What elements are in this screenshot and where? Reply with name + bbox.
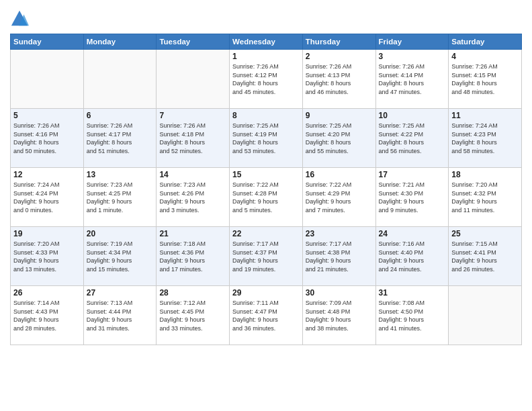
calendar-day-cell: 31Sunrise: 7:08 AM Sunset: 4:50 PM Dayli…: [375, 286, 449, 345]
calendar-day-cell: 27Sunrise: 7:13 AM Sunset: 4:44 PM Dayli…: [83, 286, 157, 345]
day-info: Sunrise: 7:26 AM Sunset: 4:14 PM Dayligh…: [379, 62, 446, 96]
calendar-week-row: 1Sunrise: 7:26 AM Sunset: 4:12 PM Daylig…: [11, 50, 522, 109]
day-info: Sunrise: 7:09 AM Sunset: 4:48 PM Dayligh…: [306, 299, 373, 332]
day-number: 22: [232, 229, 300, 238]
day-info: Sunrise: 7:17 AM Sunset: 4:37 PM Dayligh…: [232, 240, 300, 273]
day-info: Sunrise: 7:24 AM Sunset: 4:24 PM Dayligh…: [13, 181, 81, 214]
day-info: Sunrise: 7:13 AM Sunset: 4:44 PM Dayligh…: [87, 299, 154, 332]
day-number: 24: [379, 229, 446, 238]
calendar-week-row: 12Sunrise: 7:24 AM Sunset: 4:24 PM Dayli…: [11, 168, 522, 227]
day-info: Sunrise: 7:16 AM Sunset: 4:40 PM Dayligh…: [379, 240, 446, 273]
calendar-day-cell: 15Sunrise: 7:22 AM Sunset: 4:28 PM Dayli…: [230, 168, 303, 227]
day-number: 18: [451, 170, 519, 179]
day-info: Sunrise: 7:26 AM Sunset: 4:18 PM Dayligh…: [159, 122, 226, 155]
calendar-day-cell: 25Sunrise: 7:15 AM Sunset: 4:41 PM Dayli…: [449, 227, 522, 286]
calendar-day-cell: [449, 286, 522, 345]
calendar-table: SundayMondayTuesdayWednesdayThursdayFrid…: [10, 34, 522, 345]
calendar-day-cell: 16Sunrise: 7:22 AM Sunset: 4:29 PM Dayli…: [302, 168, 375, 227]
day-number: 5: [13, 111, 81, 120]
day-number: 26: [13, 288, 81, 298]
calendar-day-cell: 12Sunrise: 7:24 AM Sunset: 4:24 PM Dayli…: [11, 168, 84, 227]
calendar-day-cell: 23Sunrise: 7:17 AM Sunset: 4:38 PM Dayli…: [302, 227, 375, 286]
calendar-week-row: 26Sunrise: 7:14 AM Sunset: 4:43 PM Dayli…: [11, 286, 522, 345]
logo: [10, 9, 32, 28]
day-of-week-header: Wednesday: [230, 34, 303, 50]
day-info: Sunrise: 7:22 AM Sunset: 4:28 PM Dayligh…: [232, 181, 300, 214]
calendar-day-cell: 29Sunrise: 7:11 AM Sunset: 4:47 PM Dayli…: [230, 286, 303, 345]
logo-icon: [10, 9, 29, 28]
day-info: Sunrise: 7:18 AM Sunset: 4:36 PM Dayligh…: [159, 240, 226, 273]
calendar-day-cell: 26Sunrise: 7:14 AM Sunset: 4:43 PM Dayli…: [11, 286, 84, 345]
day-info: Sunrise: 7:22 AM Sunset: 4:29 PM Dayligh…: [306, 181, 373, 214]
day-number: 28: [159, 288, 226, 298]
day-info: Sunrise: 7:14 AM Sunset: 4:43 PM Dayligh…: [13, 299, 81, 332]
calendar-day-cell: 5Sunrise: 7:26 AM Sunset: 4:16 PM Daylig…: [11, 109, 84, 168]
day-number: 21: [159, 229, 226, 238]
calendar-day-cell: 8Sunrise: 7:25 AM Sunset: 4:19 PM Daylig…: [230, 109, 303, 168]
day-of-week-header: Tuesday: [157, 34, 230, 50]
day-info: Sunrise: 7:12 AM Sunset: 4:45 PM Dayligh…: [159, 299, 226, 332]
day-number: 15: [232, 170, 300, 179]
day-number: 29: [232, 288, 300, 298]
day-number: 25: [451, 229, 519, 238]
day-number: 12: [13, 170, 81, 179]
calendar-day-cell: 17Sunrise: 7:21 AM Sunset: 4:30 PM Dayli…: [375, 168, 449, 227]
day-number: 19: [13, 229, 81, 238]
day-number: 31: [379, 288, 446, 298]
day-info: Sunrise: 7:23 AM Sunset: 4:25 PM Dayligh…: [87, 181, 154, 214]
day-number: 7: [159, 111, 226, 120]
day-of-week-header: Saturday: [449, 34, 522, 50]
calendar-day-cell: 19Sunrise: 7:20 AM Sunset: 4:33 PM Dayli…: [11, 227, 84, 286]
calendar-day-cell: 10Sunrise: 7:25 AM Sunset: 4:22 PM Dayli…: [375, 109, 449, 168]
day-info: Sunrise: 7:23 AM Sunset: 4:26 PM Dayligh…: [159, 181, 226, 214]
day-of-week-header: Friday: [375, 34, 449, 50]
calendar-day-cell: 22Sunrise: 7:17 AM Sunset: 4:37 PM Dayli…: [230, 227, 303, 286]
day-number: 13: [87, 170, 154, 179]
day-number: 30: [306, 288, 373, 298]
day-info: Sunrise: 7:19 AM Sunset: 4:34 PM Dayligh…: [87, 240, 154, 273]
calendar-day-cell: 2Sunrise: 7:26 AM Sunset: 4:13 PM Daylig…: [302, 50, 375, 109]
day-number: 16: [306, 170, 373, 179]
day-info: Sunrise: 7:17 AM Sunset: 4:38 PM Dayligh…: [306, 240, 373, 273]
page-header: [10, 7, 522, 28]
day-info: Sunrise: 7:20 AM Sunset: 4:33 PM Dayligh…: [13, 240, 81, 273]
day-number: 11: [451, 111, 519, 120]
day-info: Sunrise: 7:26 AM Sunset: 4:12 PM Dayligh…: [232, 62, 300, 96]
calendar-day-cell: 14Sunrise: 7:23 AM Sunset: 4:26 PM Dayli…: [157, 168, 230, 227]
day-number: 2: [306, 52, 373, 61]
calendar-day-cell: 11Sunrise: 7:24 AM Sunset: 4:23 PM Dayli…: [449, 109, 522, 168]
calendar-day-cell: [157, 50, 230, 109]
day-number: 4: [451, 52, 519, 61]
day-of-week-header: Monday: [83, 34, 157, 50]
calendar-day-cell: 13Sunrise: 7:23 AM Sunset: 4:25 PM Dayli…: [83, 168, 157, 227]
calendar-day-cell: 20Sunrise: 7:19 AM Sunset: 4:34 PM Dayli…: [83, 227, 157, 286]
day-info: Sunrise: 7:20 AM Sunset: 4:32 PM Dayligh…: [451, 181, 519, 214]
calendar-day-cell: 7Sunrise: 7:26 AM Sunset: 4:18 PM Daylig…: [157, 109, 230, 168]
calendar-day-cell: 24Sunrise: 7:16 AM Sunset: 4:40 PM Dayli…: [375, 227, 449, 286]
calendar-day-cell: 3Sunrise: 7:26 AM Sunset: 4:14 PM Daylig…: [375, 50, 449, 109]
day-number: 10: [379, 111, 446, 120]
day-info: Sunrise: 7:21 AM Sunset: 4:30 PM Dayligh…: [379, 181, 446, 214]
calendar-day-cell: 18Sunrise: 7:20 AM Sunset: 4:32 PM Dayli…: [449, 168, 522, 227]
day-number: 8: [232, 111, 300, 120]
calendar-week-row: 19Sunrise: 7:20 AM Sunset: 4:33 PM Dayli…: [11, 227, 522, 286]
day-number: 17: [379, 170, 446, 179]
calendar-day-cell: [83, 50, 157, 109]
calendar-header-row: SundayMondayTuesdayWednesdayThursdayFrid…: [11, 34, 522, 50]
day-of-week-header: Sunday: [11, 34, 84, 50]
calendar-day-cell: 28Sunrise: 7:12 AM Sunset: 4:45 PM Dayli…: [157, 286, 230, 345]
day-info: Sunrise: 7:25 AM Sunset: 4:22 PM Dayligh…: [379, 122, 446, 155]
day-number: 9: [306, 111, 373, 120]
day-info: Sunrise: 7:25 AM Sunset: 4:19 PM Dayligh…: [232, 122, 300, 155]
day-number: 3: [379, 52, 446, 61]
day-number: 6: [87, 111, 154, 120]
calendar-day-cell: 6Sunrise: 7:26 AM Sunset: 4:17 PM Daylig…: [83, 109, 157, 168]
day-info: Sunrise: 7:25 AM Sunset: 4:20 PM Dayligh…: [306, 122, 373, 155]
calendar-day-cell: 1Sunrise: 7:26 AM Sunset: 4:12 PM Daylig…: [230, 50, 303, 109]
day-info: Sunrise: 7:15 AM Sunset: 4:41 PM Dayligh…: [451, 240, 519, 273]
calendar-day-cell: 21Sunrise: 7:18 AM Sunset: 4:36 PM Dayli…: [157, 227, 230, 286]
day-info: Sunrise: 7:08 AM Sunset: 4:50 PM Dayligh…: [379, 299, 446, 332]
day-of-week-header: Thursday: [302, 34, 375, 50]
day-number: 27: [87, 288, 154, 298]
day-info: Sunrise: 7:24 AM Sunset: 4:23 PM Dayligh…: [451, 122, 519, 155]
